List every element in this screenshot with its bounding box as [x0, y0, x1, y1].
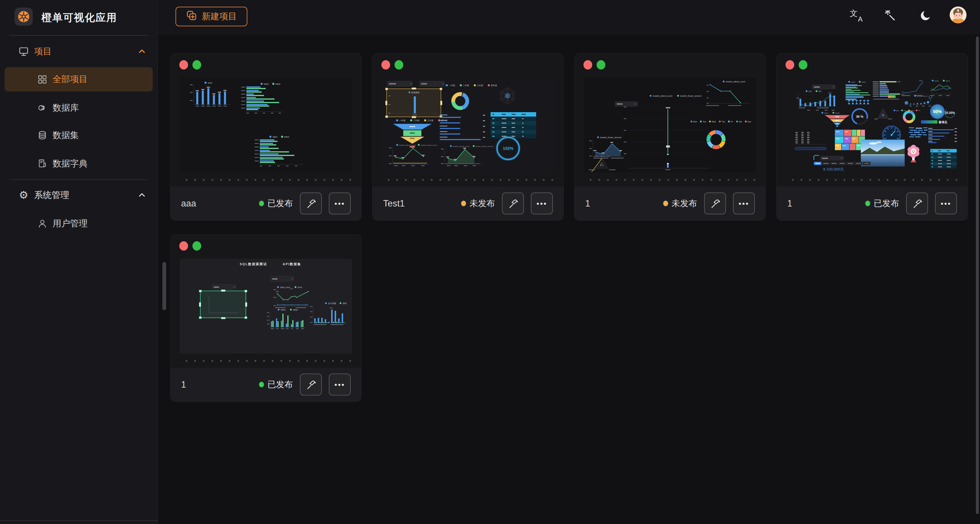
dictionary-icon	[37, 158, 48, 169]
svg-text:Tue: Tue	[703, 121, 706, 123]
svg-text:四年级: 四年级	[491, 84, 497, 87]
magic-wand-button[interactable]	[883, 8, 898, 23]
green-dot-icon	[192, 241, 201, 251]
svg-text:Thu: Thu	[286, 328, 288, 330]
project-thumbnail[interactable]: 献花数量 一年级 二年级 三年级 四年级	[382, 78, 554, 173]
status-badge: 已发布	[865, 198, 899, 209]
project-card[interactable]: SQL数据源测试 API数据集 class_hour price	[170, 234, 361, 401]
svg-text:data2: data2	[275, 83, 281, 85]
svg-text:SQL数据源测试: SQL数据源测试	[240, 262, 267, 266]
sidebar-resize-handle[interactable]	[162, 262, 166, 310]
svg-text:price: price	[298, 286, 302, 288]
sidebar-item-dataset[interactable]: 数据集	[5, 126, 153, 144]
app-logo-icon	[14, 8, 33, 26]
svg-text:102%: 102%	[503, 146, 513, 151]
ellipsis-icon: •••	[738, 200, 749, 207]
svg-text:chineseScore: chineseScore	[917, 95, 928, 97]
project-name: 1	[585, 198, 656, 209]
sidebar-item-all-projects[interactable]: 全部项目	[5, 67, 153, 91]
project-thumbnail[interactable]: SQL数据源测试 API数据集 class_hour price	[180, 259, 352, 354]
svg-text:Sun: Sun	[301, 328, 304, 330]
red-dot-icon	[179, 241, 188, 251]
svg-text:三年级: 三年级	[427, 119, 433, 121]
project-card[interactable]: 献花数量 一年级 二年级 三年级 四年级	[372, 53, 563, 221]
more-actions-button[interactable]: •••	[329, 193, 351, 214]
project-card[interactable]: price data1 data2	[170, 53, 361, 221]
project-thumbnail[interactable]: 价格 课时 1111 798 data1 data2	[786, 78, 958, 173]
sidebar-group-projects[interactable]: 项目	[0, 43, 158, 60]
sidebar-item-users[interactable]: 用户管理	[5, 214, 153, 233]
red-dot-icon	[381, 60, 390, 70]
svg-text:data2: data2	[284, 136, 290, 138]
grid-icon	[37, 74, 48, 85]
sidebar-item-label: 全部项目	[52, 73, 88, 85]
chevron-up-icon[interactable]	[138, 47, 146, 56]
svg-text:data1: data1	[851, 81, 856, 83]
edit-project-button[interactable]	[906, 193, 928, 214]
svg-text:1111: 1111	[290, 288, 293, 290]
new-project-icon	[186, 10, 197, 23]
sidebar-item-dictionary[interactable]: 数据字典	[5, 154, 153, 173]
svg-text:看得见: 看得见	[938, 121, 948, 124]
svg-text:student_attend_count: student_attend_count	[593, 155, 610, 157]
ellipsis-icon: •••	[536, 200, 547, 207]
project-thumbnail[interactable]: price data1 data2	[180, 78, 352, 173]
svg-text:data1: data1	[272, 136, 278, 138]
svg-text:1111: 1111	[329, 307, 333, 309]
svg-text:36 %: 36 %	[856, 115, 863, 118]
more-actions-button[interactable]: •••	[329, 374, 351, 395]
svg-text:一年级: 一年级	[399, 119, 405, 121]
svg-text:二年级: 二年级	[463, 84, 469, 86]
hammer-icon	[709, 198, 721, 209]
edit-project-button[interactable]	[704, 193, 726, 214]
svg-text:Sat: Sat	[739, 121, 742, 123]
edit-project-button[interactable]	[300, 193, 322, 214]
sidebar-item-database[interactable]: 数据库	[5, 99, 153, 117]
svg-text:课时: 课时	[818, 90, 822, 92]
red-dot-icon	[179, 60, 188, 70]
green-dot-icon	[799, 60, 807, 70]
green-dot-icon	[597, 60, 605, 70]
edit-project-button[interactable]	[300, 374, 322, 395]
project-name: 1	[181, 379, 252, 390]
svg-text:student_attend_count: student_attend_count	[653, 95, 672, 97]
svg-text:data1: data1	[824, 112, 829, 114]
svg-text:Mon: Mon	[271, 328, 274, 330]
link-icon	[37, 102, 48, 113]
svg-text:student_flower_amount: student_flower_amount	[476, 145, 494, 147]
gear-icon: ⚙	[18, 190, 29, 201]
project-card[interactable]: student_attend_count student_attend_coun…	[574, 53, 766, 221]
svg-text:Wed: Wed	[281, 328, 284, 330]
svg-text:data2: data2	[835, 112, 840, 114]
more-actions-button[interactable]: •••	[733, 193, 755, 214]
project-card[interactable]: 价格 课时 1111 798 data1 data2	[776, 53, 968, 221]
ellipsis-icon: •••	[334, 200, 345, 207]
avatar[interactable]	[950, 6, 967, 23]
sidebar-group-label: 项目	[34, 46, 52, 57]
chevron-up-icon[interactable]	[138, 191, 146, 199]
svg-text:student_flower_amount: student_flower_amount	[600, 136, 621, 139]
project-thumbnail[interactable]: student_attend_count student_attend_coun…	[584, 78, 756, 173]
svg-text:Mon: Mon	[896, 110, 899, 111]
vertical-scrollbar[interactable]	[976, 37, 979, 514]
ellipsis-icon: •••	[334, 381, 345, 389]
svg-text:student_attend_count: student_attend_count	[453, 145, 469, 147]
svg-text:Mon: Mon	[693, 121, 697, 123]
svg-text:Fri: Fri	[730, 121, 733, 123]
language-icon: 文A	[850, 10, 862, 22]
sidebar-group-system[interactable]: ⚙ 系统管理	[0, 187, 158, 203]
more-actions-button[interactable]: •••	[935, 193, 957, 214]
language-button[interactable]: 文A	[849, 8, 864, 23]
svg-text:data1: data1	[264, 83, 269, 85]
new-project-button[interactable]: 新建项目	[175, 7, 247, 26]
svg-text:一年级: 一年级	[449, 84, 455, 86]
theme-toggle-button[interactable]	[918, 8, 933, 23]
svg-text:25.00%: 25.00%	[945, 111, 955, 115]
more-actions-button[interactable]: •••	[531, 193, 553, 214]
svg-text:Th: Th	[918, 110, 920, 111]
edit-project-button[interactable]	[502, 193, 524, 214]
svg-text:Fri: Fri	[291, 328, 293, 330]
database-icon	[37, 130, 48, 141]
svg-text:class_hour: class_hour	[280, 286, 290, 288]
svg-text:二年级: 二年级	[413, 119, 419, 121]
